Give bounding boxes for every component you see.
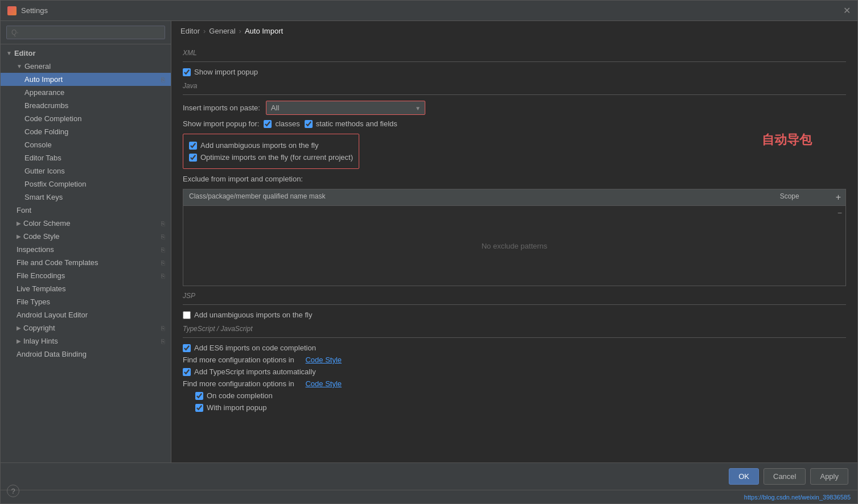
ts-section-label: TypeScript / JavaScript [183, 325, 846, 333]
ts-find-config1-row: Find more configuration options in Code … [183, 356, 846, 364]
sidebar-item-code-folding[interactable]: Code Folding [1, 125, 171, 138]
ts-on-code-completion-checkbox[interactable] [195, 392, 203, 400]
dialog-body: ▼ Editor ▼ General Auto Import ⎘ Appeara… [1, 21, 857, 462]
ts-add-es6-checkbox[interactable] [183, 344, 191, 352]
java-section-label: Java [183, 82, 846, 90]
xml-show-import-popup-label[interactable]: Show import popup [183, 68, 258, 76]
add-unambiguous-label[interactable]: Add unambiguous imports on the fly [189, 141, 318, 150]
close-button[interactable]: ✕ [843, 6, 851, 15]
sidebar-item-editor[interactable]: ▼ Editor [1, 47, 171, 60]
ts-find-config2-row: Find more configuration options in Code … [183, 379, 846, 388]
sidebar-item-copyright[interactable]: ▶ Copyright ⎘ [1, 321, 171, 334]
table-header: Class/package/member qualified name mask… [183, 189, 845, 206]
ok-button[interactable]: OK [729, 468, 759, 485]
chevron-right-icon: ▶ [17, 325, 21, 331]
chevron-right-icon: ▶ [17, 233, 21, 239]
sidebar-item-smart-keys[interactable]: Smart Keys [1, 191, 171, 204]
sidebar-item-android-data-binding[interactable]: Android Data Binding [1, 348, 171, 361]
ts-add-ts-row: Add TypeScript imports automatically [183, 367, 846, 376]
static-methods-checkbox[interactable] [305, 120, 313, 128]
search-input[interactable] [6, 26, 165, 39]
no-patterns-text: No exclude patterns [482, 242, 548, 250]
sidebar-item-editor-tabs[interactable]: Editor Tabs [1, 151, 171, 164]
sidebar-item-console[interactable]: Console [1, 138, 171, 151]
sidebar-item-appearance[interactable]: Appearance [1, 86, 171, 99]
ts-find-config2-text: Find more configuration options in [183, 379, 294, 388]
exclude-table: Class/package/member qualified name mask… [183, 189, 846, 286]
classes-option[interactable]: classes [264, 119, 299, 128]
ts-with-import-popup-checkbox[interactable] [195, 404, 203, 412]
breadcrumb-editor: Editor [180, 27, 200, 35]
sidebar-item-font[interactable]: Font [1, 204, 171, 217]
cancel-button[interactable]: Cancel [763, 468, 806, 485]
optimize-imports-label[interactable]: Optimize imports on the fly (for current… [189, 153, 353, 162]
sidebar-item-inspections[interactable]: Inspections ⎘ [1, 243, 171, 256]
annotation-text: 自动导包 [762, 131, 812, 148]
sidebar-item-file-code-templates[interactable]: File and Code Templates ⎘ [1, 256, 171, 269]
ts-code-style-link1[interactable]: Code Style [305, 356, 342, 364]
sidebar-item-file-encodings[interactable]: File Encodings ⎘ [1, 269, 171, 282]
copy-icon: ⎘ [161, 233, 165, 240]
sidebar-item-code-completion[interactable]: Code Completion [1, 112, 171, 125]
chevron-right-icon: ▶ [17, 220, 21, 226]
annotation-wrapper: Add unambiguous imports on the fly Optim… [183, 131, 846, 171]
ts-code-style-link2[interactable]: Code Style [305, 379, 342, 388]
status-url: https://blog.csdn.net/weixin_39836585 [744, 494, 851, 501]
optimize-imports-row: Optimize imports on the fly (for current… [189, 153, 353, 162]
jsp-add-unambiguous-checkbox[interactable] [183, 311, 191, 319]
help-button[interactable]: ? [7, 485, 19, 497]
sidebar-item-breadcrumbs[interactable]: Breadcrumbs [1, 99, 171, 112]
show-import-popup-for-row: Show import popup for: classes static me… [183, 119, 846, 128]
dialog-footer: ? OK Cancel Apply [1, 462, 857, 490]
java-divider [183, 94, 846, 95]
ts-with-import-popup-row: With import popup [183, 403, 846, 412]
jsp-add-unambiguous-label[interactable]: Add unambiguous imports on the fly [183, 311, 312, 319]
ts-on-code-completion-label[interactable]: On code completion [195, 391, 273, 400]
content-scroll: XML Show import popup Java Insert import… [171, 39, 857, 462]
sidebar-item-auto-import[interactable]: Auto Import ⎘ [1, 73, 171, 86]
xml-divider [183, 61, 846, 62]
table-side-buttons: − [834, 206, 845, 220]
add-unambiguous-checkbox[interactable] [189, 142, 197, 150]
jsp-add-unambiguous-row: Add unambiguous imports on the fly [183, 311, 846, 319]
static-methods-option[interactable]: static methods and fields [305, 119, 397, 128]
jsp-section-label: JSP [183, 292, 846, 300]
copy-icon: ⎘ [161, 76, 165, 83]
copy-icon: ⎘ [161, 220, 165, 227]
exclude-label-row: Exclude from import and completion: [183, 175, 846, 183]
main-content: Editor › General › Auto Import XML Show … [171, 21, 857, 462]
copy-icon: ⎘ [161, 259, 165, 266]
insert-imports-dropdown-wrapper: All Ask None [266, 101, 425, 115]
table-col1: Class/package/member qualified name mask [183, 189, 774, 205]
ts-add-ts-checkbox[interactable] [183, 368, 191, 376]
table-remove-button[interactable]: − [834, 206, 845, 220]
ts-add-es6-label[interactable]: Add ES6 imports on code completion [183, 344, 316, 352]
breadcrumb-sep1: › [203, 27, 206, 35]
sidebar-item-postfix-completion[interactable]: Postfix Completion [1, 177, 171, 191]
xml-show-import-popup-row: Show import popup [183, 68, 846, 76]
sidebar-item-gutter-icons[interactable]: Gutter Icons [1, 164, 171, 177]
sidebar-item-inlay-hints[interactable]: ▶ Inlay Hints ⎘ [1, 334, 171, 348]
ts-find-config1-text: Find more configuration options in [183, 356, 294, 364]
apply-button[interactable]: Apply [810, 468, 848, 485]
table-add-button[interactable]: + [831, 189, 845, 205]
table-col2: Scope [774, 189, 831, 205]
xml-show-import-popup-checkbox[interactable] [183, 68, 191, 76]
sidebar-item-general[interactable]: ▼ General [1, 60, 171, 73]
ts-add-ts-label[interactable]: Add TypeScript imports automatically [183, 367, 316, 376]
optimize-imports-checkbox[interactable] [189, 154, 197, 162]
jsp-divider [183, 304, 846, 305]
sidebar-item-file-types[interactable]: File Types [1, 295, 171, 308]
ts-with-import-popup-label[interactable]: With import popup [195, 403, 267, 412]
breadcrumb-general: General [209, 27, 235, 35]
exclude-label: Exclude from import and completion: [183, 175, 303, 183]
sidebar-item-color-scheme[interactable]: ▶ Color Scheme ⎘ [1, 217, 171, 230]
highlighted-box: Add unambiguous imports on the fly Optim… [183, 134, 359, 169]
window-title: Settings [21, 6, 48, 15]
sidebar-item-live-templates[interactable]: Live Templates [1, 282, 171, 295]
insert-imports-dropdown[interactable]: All Ask None [266, 101, 425, 115]
sidebar-item-code-style[interactable]: ▶ Code Style ⎘ [1, 230, 171, 243]
sidebar-item-android-layout-editor[interactable]: Android Layout Editor [1, 308, 171, 321]
copy-icon: ⎘ [161, 246, 165, 253]
classes-checkbox[interactable] [264, 120, 272, 128]
